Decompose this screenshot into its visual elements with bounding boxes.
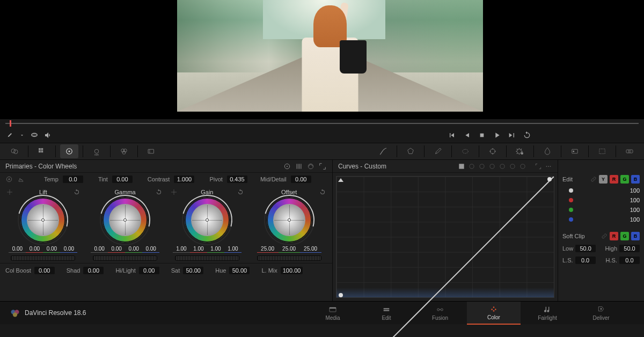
pivot-value[interactable]: 0.435 bbox=[227, 175, 247, 183]
tracker-tool[interactable] bbox=[484, 144, 502, 158]
offset-reset-icon[interactable] bbox=[319, 189, 326, 195]
curve-point-white[interactable] bbox=[547, 177, 552, 181]
curve-custom-icon[interactable] bbox=[458, 163, 465, 170]
edit-channel-g[interactable]: G bbox=[620, 175, 629, 184]
gain-val-r[interactable]: 1.00 bbox=[190, 246, 207, 253]
offset-color-wheel[interactable] bbox=[267, 197, 312, 243]
contrast-value[interactable]: 1.000 bbox=[174, 175, 194, 183]
gain-val-y[interactable]: 1.00 bbox=[173, 246, 190, 253]
gain-picker-icon[interactable] bbox=[171, 189, 177, 195]
curve-mode-4-icon[interactable] bbox=[488, 163, 496, 170]
disc-icon[interactable] bbox=[30, 131, 39, 140]
blur-tool[interactable] bbox=[538, 144, 557, 158]
loop-icon[interactable] bbox=[523, 131, 531, 140]
gamma-val-g[interactable]: 0.00 bbox=[125, 246, 142, 253]
key-tool[interactable] bbox=[566, 144, 584, 158]
intensity-val-b[interactable]: 100 bbox=[630, 216, 640, 223]
curve-point-black[interactable] bbox=[339, 293, 343, 297]
lift-picker-icon[interactable] bbox=[6, 189, 13, 195]
primaries-tool[interactable] bbox=[60, 144, 78, 158]
curve-mode-7-icon[interactable] bbox=[519, 163, 526, 170]
shad-value[interactable]: 0.00 bbox=[83, 267, 104, 274]
lift-val-b[interactable]: 0.00 bbox=[60, 246, 77, 253]
edit-channel-r[interactable]: R bbox=[610, 175, 618, 184]
magic-mask-tool[interactable] bbox=[511, 144, 529, 158]
curve-mode-6-icon[interactable] bbox=[509, 163, 516, 170]
sizing-tool[interactable] bbox=[593, 144, 611, 158]
play-icon[interactable] bbox=[493, 131, 501, 140]
offset-jog[interactable] bbox=[257, 255, 321, 261]
rgb-mixer-tool[interactable] bbox=[115, 144, 133, 158]
curves-options-icon[interactable] bbox=[545, 163, 552, 170]
lift-color-wheel[interactable] bbox=[20, 197, 65, 243]
gain-color-wheel[interactable] bbox=[185, 197, 230, 243]
color-match-tool[interactable] bbox=[33, 144, 51, 158]
window-tool[interactable] bbox=[456, 144, 474, 158]
offset-val-g[interactable]: 25.00 bbox=[279, 246, 300, 253]
color-warper-tool[interactable] bbox=[401, 144, 420, 158]
expand-icon[interactable] bbox=[318, 162, 327, 171]
intensity-val-g[interactable]: 100 bbox=[630, 207, 640, 213]
motion-effects-tool[interactable] bbox=[142, 144, 160, 158]
curve-white-point-handle[interactable] bbox=[338, 178, 343, 182]
gamma-val-b[interactable]: 0.00 bbox=[142, 246, 159, 253]
volume-icon[interactable] bbox=[44, 131, 53, 140]
nav-deliver[interactable]: Deliver bbox=[574, 302, 628, 325]
curves-graph[interactable] bbox=[336, 176, 554, 298]
gain-reset-icon[interactable] bbox=[237, 189, 244, 195]
softclip-channel-r[interactable]: R bbox=[610, 232, 618, 240]
gain-val-b[interactable]: 1.00 bbox=[224, 246, 241, 253]
gain-jog[interactable] bbox=[175, 255, 239, 261]
l-mix-value[interactable]: 100.00 bbox=[281, 267, 303, 274]
edit-channel-y[interactable]: Y bbox=[599, 175, 608, 184]
gamma-reset-icon[interactable] bbox=[156, 189, 162, 195]
skip-start-icon[interactable] bbox=[448, 131, 456, 140]
auto-balance-icon[interactable]: A bbox=[5, 175, 13, 183]
pick-white-icon[interactable] bbox=[17, 175, 25, 183]
camera-raw-tool[interactable] bbox=[5, 144, 24, 158]
lift-val-y[interactable]: 0.00 bbox=[9, 246, 26, 253]
stop-icon[interactable] bbox=[478, 131, 486, 140]
gamma-jog[interactable] bbox=[93, 255, 157, 261]
high-value[interactable]: 50.0 bbox=[619, 245, 640, 252]
gain-val-g[interactable]: 1.00 bbox=[207, 246, 224, 253]
hi-light-value[interactable]: 0.00 bbox=[139, 267, 159, 274]
hdr-tool[interactable]: HDR bbox=[87, 144, 106, 158]
gamma-val-y[interactable]: 0.00 bbox=[91, 246, 108, 253]
timeline[interactable] bbox=[0, 119, 644, 128]
curves-tool[interactable] bbox=[374, 144, 392, 158]
curve-mode-2-icon[interactable] bbox=[468, 163, 475, 170]
lift-val-r[interactable]: 0.00 bbox=[26, 246, 43, 253]
curve-mode-3-icon[interactable] bbox=[478, 163, 486, 170]
softclip-channel-b[interactable]: B bbox=[631, 232, 640, 240]
wheels-mode-icon[interactable] bbox=[283, 162, 291, 171]
sat-value[interactable]: 50.00 bbox=[183, 267, 203, 274]
qualifier-tool[interactable] bbox=[429, 144, 447, 158]
play-reverse-icon[interactable] bbox=[463, 131, 471, 140]
bars-mode-icon[interactable] bbox=[295, 162, 303, 171]
offset-val-b[interactable]: 25.00 bbox=[300, 246, 321, 253]
ls-value[interactable]: 0.0 bbox=[575, 257, 596, 264]
col-boost-value[interactable]: 0.00 bbox=[34, 267, 55, 274]
skip-end-icon[interactable] bbox=[508, 131, 516, 140]
lift-val-g[interactable]: 0.00 bbox=[43, 246, 60, 253]
offset-val-r[interactable]: 25.00 bbox=[257, 246, 279, 253]
hue-value[interactable]: 50.00 bbox=[229, 267, 250, 274]
tint-value[interactable]: 0.00 bbox=[112, 175, 133, 183]
chevron-down-icon[interactable] bbox=[19, 133, 25, 138]
mid-detail-value[interactable]: 0.00 bbox=[291, 175, 311, 183]
playhead[interactable] bbox=[10, 120, 11, 127]
temp-value[interactable]: 0.0 bbox=[63, 175, 83, 183]
lift-reset-icon[interactable] bbox=[74, 189, 80, 195]
curve-mode-5-icon[interactable] bbox=[499, 163, 506, 170]
low-value[interactable]: 50.0 bbox=[575, 245, 596, 252]
gamma-val-r[interactable]: 0.00 bbox=[108, 246, 125, 253]
stereo-3d-tool[interactable]: 3D bbox=[620, 144, 639, 158]
hs-value[interactable]: 0.0 bbox=[619, 257, 640, 264]
softclip-link-icon[interactable] bbox=[601, 233, 608, 239]
edit-channel-b[interactable]: B bbox=[631, 175, 640, 184]
intensity-val-w[interactable]: 100 bbox=[630, 187, 640, 194]
color-picker-icon[interactable] bbox=[5, 131, 14, 140]
log-mode-icon[interactable] bbox=[306, 162, 315, 171]
lift-jog[interactable] bbox=[11, 255, 75, 261]
